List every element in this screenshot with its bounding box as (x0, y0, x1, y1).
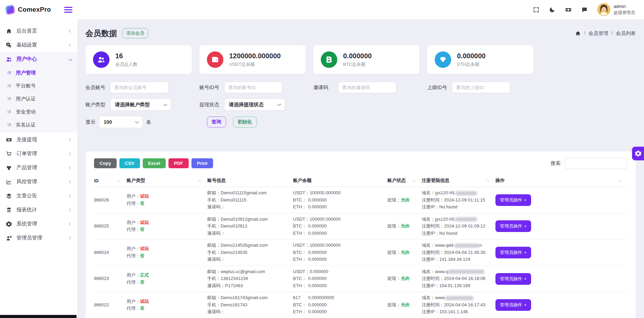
filter-panel: 会员账号账号ID号邀请码上级ID号 账户类型请选择账户类型提现状态请选择提现状态… (85, 82, 636, 128)
filter-group-账号ID号: 账号ID号 (199, 82, 306, 93)
cell-id: 866023 (94, 266, 127, 292)
export-excel-button[interactable]: Excel (143, 158, 166, 168)
home-icon[interactable] (575, 30, 581, 36)
export-pdf-button[interactable]: PDF (168, 158, 189, 168)
domain-value: www.q (435, 269, 448, 274)
cell-balance: USDT：100000.000000BTC：0.000000ETH：0.0000… (293, 187, 387, 213)
filter-input-上级ID号[interactable] (452, 82, 510, 93)
sidebar-item-风控管理[interactable]: 风控管理 (0, 175, 77, 189)
sidebar-item-系统管理[interactable]: 系统管理 (0, 217, 77, 231)
eth-value: 0.000000 (308, 309, 327, 314)
btc-value: 0.000000 (308, 223, 327, 229)
fullscreen-icon[interactable] (533, 6, 540, 13)
sidebar-item-报表统计[interactable]: 报表统计 (0, 203, 77, 217)
sidebar-item-充值提现[interactable]: 充值提现 (0, 133, 77, 147)
admin-actions-button[interactable]: 管理员操作▼ (495, 273, 531, 285)
phone-value: 13812341234 (221, 276, 248, 281)
column-header-账户状态[interactable]: 账户状态↑↓ (387, 174, 422, 187)
caret-down-icon: ▼ (524, 278, 527, 281)
filter-input-账号ID号[interactable] (224, 82, 282, 93)
sidebar-subitem-用户认证[interactable]: 用户认证 (0, 92, 77, 105)
column-header-ID[interactable]: ID↑↓ (94, 174, 127, 187)
breadcrumb-item-members[interactable]: 会员管理 (588, 30, 608, 37)
sidebar-subitem-资金变动[interactable]: 资金变动 (0, 105, 77, 118)
stat-value: 16 (115, 52, 138, 60)
filter-select-账户类型[interactable]: 请选择账户类型 (110, 98, 171, 111)
sort-icon[interactable]: ↑↓ (198, 179, 200, 183)
export-copy-button[interactable]: Copy (94, 158, 117, 168)
sort-icon[interactable]: ↑↓ (412, 179, 415, 183)
sidebar-subitem-用户管理[interactable]: 用户管理 (0, 66, 77, 79)
table-body: 866026用户：试玩代理：否邮箱：Demo011115gmail.com手机：… (94, 187, 627, 318)
cell-account-type: 用户：试玩代理：否 (127, 213, 207, 240)
stat-label: 会员总人数 (115, 61, 138, 68)
sidebar-item-订单管理[interactable]: 订单管理 (0, 147, 77, 161)
reg-time-value: 2024-12-09 01:09:12 (444, 223, 485, 229)
admin-actions-button[interactable]: 管理员操作▼ (495, 194, 531, 206)
finance-icon[interactable] (565, 6, 572, 13)
settings-gear-button[interactable] (632, 147, 644, 160)
filter-label: 上级ID号 (427, 84, 448, 91)
stat-label: ETH总余额 (457, 61, 485, 68)
reset-button[interactable]: 初始化 (233, 117, 257, 127)
gears-icon (5, 42, 12, 48)
cell-account-type: 用户：试玩代理：否 (127, 240, 207, 266)
sidebar-subitem-实名认证[interactable]: 实名认证 (0, 118, 77, 131)
sort-icon[interactable]: ↑↓ (117, 179, 120, 183)
export-csv-button[interactable]: CSV (119, 158, 140, 168)
sidebar-item-基础设置[interactable]: 基础设置 (0, 38, 77, 52)
sidebar-item-用户中心[interactable]: 用户中心 (0, 52, 77, 66)
email-value: Demo214535gmail.com (221, 243, 268, 248)
dark-mode-moon-icon[interactable] (549, 6, 556, 13)
user-name: admin (614, 3, 635, 10)
fullscreen-icon-glyph (533, 7, 539, 13)
sidebar-item-后台首页[interactable]: 后台首页 (0, 24, 77, 38)
admin-actions-button[interactable]: 管理员操作▼ (495, 247, 531, 258)
breadcrumb-item-member-list[interactable]: 会员列表 (616, 30, 636, 37)
domain-value: jys120-h5. (435, 190, 456, 195)
eth-icon (439, 56, 447, 64)
table-search-input[interactable] (565, 158, 627, 169)
avatar (597, 3, 610, 16)
sidebar-subitem-平台账号[interactable]: 平台账号 (0, 79, 77, 92)
coins-icon (6, 207, 12, 213)
message-icon[interactable] (581, 6, 588, 13)
sidebar-item-label: 订单管理 (16, 150, 37, 157)
reg-time-value: 2024-12-09 01:11:15 (444, 197, 485, 203)
filter-input-会员账号[interactable] (110, 82, 168, 93)
sidebar-item-管理员管理[interactable]: 管理员管理 (0, 231, 77, 245)
user-type-value: 正式 (140, 272, 149, 278)
users-icon (6, 56, 12, 62)
cell-id: 866026 (94, 187, 127, 213)
sidebar-subitem-label: 资金变动 (16, 109, 36, 115)
sort-icon[interactable]: ↑↓ (486, 179, 489, 183)
breadcrumb: / 会员管理 / 会员列表 (575, 30, 636, 37)
brand-logo[interactable]: ComexPro (5, 5, 51, 14)
chevron-left-icon (69, 166, 72, 170)
cell-actions: 管理员操作▼ (495, 292, 627, 318)
column-header-注册登陆信息[interactable]: 注册登陆信息↑↓ (422, 174, 495, 187)
eth-value: 0.000000 (308, 257, 327, 262)
admin-actions-button[interactable]: 管理员操作▼ (495, 220, 531, 232)
home-icon (6, 28, 12, 34)
filter-select-提现状态[interactable]: 请选择提现状态 (224, 98, 285, 111)
wallet-icon (211, 56, 219, 64)
column-label: 账户类型 (127, 178, 145, 184)
sidebar-item-产品管理[interactable]: 产品管理 (0, 161, 77, 175)
eth-value: 0.000000 (308, 204, 327, 209)
export-print-button[interactable]: Print (191, 158, 213, 168)
chevron-left-icon (69, 194, 72, 198)
sidebar-item-文章公告[interactable]: 文章公告 (0, 189, 77, 203)
sort-icon[interactable]: ↑↓ (618, 179, 620, 183)
user-menu[interactable]: admin 超级管理员 (597, 3, 635, 16)
add-member-button[interactable]: 添加会员 (122, 28, 148, 38)
column-header-操作[interactable]: 操作↑↓ (495, 174, 627, 187)
sidebar-toggle-icon[interactable] (64, 5, 72, 14)
query-button[interactable]: 查询 (207, 117, 226, 127)
filter-input-邀请码[interactable] (338, 82, 396, 93)
admin-actions-button[interactable]: 管理员操作▼ (495, 299, 531, 311)
invite-code-value: P172463 (225, 283, 243, 288)
column-header-账号信息: 账号信息 (207, 174, 293, 187)
page-size-select[interactable]: 100 (99, 116, 143, 128)
column-header-账户类型[interactable]: 账户类型↑↓ (127, 174, 207, 187)
